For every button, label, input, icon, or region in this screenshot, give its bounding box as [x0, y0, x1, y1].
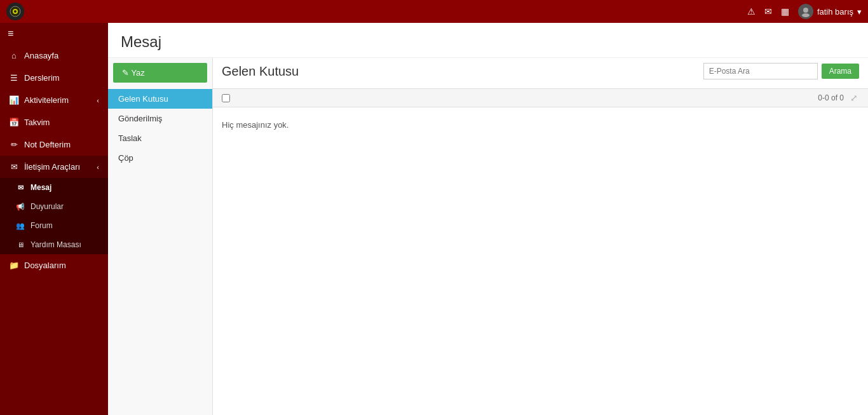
- home-icon: ⌂: [9, 51, 19, 60]
- svg-point-2: [14, 10, 17, 13]
- sidebar-item-iletisim[interactable]: ✉ İletişim Araçları ‹: [0, 156, 108, 178]
- submenu-iletisim: ✉ Mesaj 📢 Duyurular 👥 Forum 🖥 Yardım Mas…: [0, 178, 108, 254]
- folder-cop[interactable]: Çöp: [108, 148, 212, 168]
- sidebar-item-aktivitelerim[interactable]: 📊 Aktivitelerim ‹: [0, 89, 108, 111]
- sidebar-sub-label: Mesaj: [31, 183, 51, 192]
- sidebar-item-label: Derslerim: [24, 73, 60, 83]
- inbox-title: Gelen Kutusu: [222, 64, 299, 79]
- folder-label: Taslak: [118, 133, 142, 143]
- content-area: Mesaj ✎ Yaz Gelen Kutusu Gönderilmiş Tas…: [108, 23, 868, 415]
- topbar-right: ⚠ ✉ ▦ fatih barış ▾: [747, 4, 862, 19]
- chevron-icon: ‹: [97, 97, 99, 104]
- pagination-info: 0-0 of 0: [818, 93, 844, 102]
- avatar: [798, 4, 813, 19]
- compose-button[interactable]: ✎ Yaz: [113, 63, 207, 83]
- sidebar-item-mesaj[interactable]: ✉ Mesaj: [0, 178, 108, 197]
- mail-icon[interactable]: ✉: [764, 6, 772, 17]
- search-area: Arama: [703, 63, 859, 79]
- sidebar-sub-label: Forum: [31, 221, 53, 230]
- forum-icon: 👥: [15, 222, 25, 230]
- sidebar-item-duyurular[interactable]: 📢 Duyurular: [0, 197, 108, 216]
- msg-list-toolbar: 0-0 of 0 ⤢: [213, 88, 868, 107]
- grid-icon[interactable]: ▦: [781, 6, 789, 17]
- sidebar-sub-label: Yardım Masası: [31, 240, 81, 249]
- communication-icon: ✉: [9, 162, 19, 172]
- sidebar-item-forum[interactable]: 👥 Forum: [0, 216, 108, 235]
- page-header: Mesaj: [108, 23, 868, 58]
- folder-gelen-kutusu[interactable]: Gelen Kutusu: [108, 89, 212, 109]
- folder-taslak[interactable]: Taslak: [108, 128, 212, 148]
- sidebar-toggle[interactable]: ≡: [0, 23, 108, 44]
- sidebar-item-takvim[interactable]: 📅 Takvim: [0, 111, 108, 133]
- select-all-checkbox[interactable]: [222, 94, 230, 102]
- sidebar: ≡ ⌂ Anasayfa ☰ Derslerim 📊 Aktivitelerim…: [0, 23, 108, 415]
- message-left-panel: ✎ Yaz Gelen Kutusu Gönderilmiş Taslak Çö…: [108, 58, 213, 415]
- sidebar-item-dosyalarim[interactable]: 📁 Dosyalarım: [0, 254, 108, 276]
- svg-point-4: [802, 13, 810, 17]
- expand-button[interactable]: ⤢: [849, 93, 859, 103]
- sidebar-item-label: Anasayfa: [24, 51, 58, 60]
- folder-label: Gelen Kutusu: [118, 94, 168, 104]
- inbox-header: Gelen Kutusu Arama: [213, 58, 868, 88]
- sidebar-item-label: İletişim Araçları: [24, 162, 80, 172]
- sidebar-item-not-defterim[interactable]: ✏ Not Defterim: [0, 133, 108, 156]
- sidebar-item-label: Takvim: [24, 118, 50, 127]
- svg-point-3: [803, 8, 808, 13]
- sidebar-item-label: Aktivitelerim: [24, 95, 69, 105]
- user-chevron: ▾: [857, 7, 862, 17]
- folder-gonderilmis[interactable]: Gönderilmiş: [108, 109, 212, 128]
- folder-label: Gönderilmiş: [118, 114, 162, 123]
- empty-message: Hiç mesajınız yok.: [213, 107, 868, 142]
- activities-icon: 📊: [9, 95, 19, 105]
- message-icon: ✉: [15, 184, 25, 192]
- sidebar-sub-label: Duyurular: [31, 202, 64, 211]
- message-right-panel: Gelen Kutusu Arama 0-0 of 0: [213, 58, 868, 415]
- helpdesk-icon: 🖥: [15, 241, 25, 248]
- user-menu[interactable]: fatih barış ▾: [798, 4, 862, 19]
- sidebar-item-label: Dosyalarım: [24, 261, 66, 270]
- alert-icon[interactable]: ⚠: [747, 6, 756, 17]
- search-input[interactable]: [703, 63, 818, 79]
- username: fatih barış: [817, 7, 853, 17]
- files-icon: 📁: [9, 261, 19, 270]
- sidebar-item-yardim[interactable]: 🖥 Yardım Masası: [0, 235, 108, 254]
- chevron-icon: ‹: [97, 163, 99, 171]
- toolbar-right: 0-0 of 0 ⤢: [818, 93, 859, 103]
- toolbar-left: [222, 94, 230, 102]
- page-title: Mesaj: [121, 33, 855, 51]
- calendar-icon: 📅: [9, 118, 19, 127]
- sidebar-item-derslerim[interactable]: ☰ Derslerim: [0, 67, 108, 89]
- sidebar-item-anasayfa[interactable]: ⌂ Anasayfa: [0, 44, 108, 67]
- announcements-icon: 📢: [15, 203, 25, 211]
- message-body: ✎ Yaz Gelen Kutusu Gönderilmiş Taslak Çö…: [108, 58, 868, 415]
- checkbox-all[interactable]: [222, 94, 230, 102]
- sidebar-item-label: Not Defterim: [24, 140, 71, 149]
- topbar-left: [6, 3, 24, 20]
- search-button[interactable]: Arama: [822, 64, 859, 79]
- folder-label: Çöp: [118, 153, 133, 163]
- topbar: ⚠ ✉ ▦ fatih barış ▾: [0, 0, 868, 23]
- main-layout: ≡ ⌂ Anasayfa ☰ Derslerim 📊 Aktivitelerim…: [0, 23, 868, 415]
- app-logo: [6, 3, 24, 20]
- courses-icon: ☰: [9, 73, 19, 83]
- notebook-icon: ✏: [9, 140, 19, 149]
